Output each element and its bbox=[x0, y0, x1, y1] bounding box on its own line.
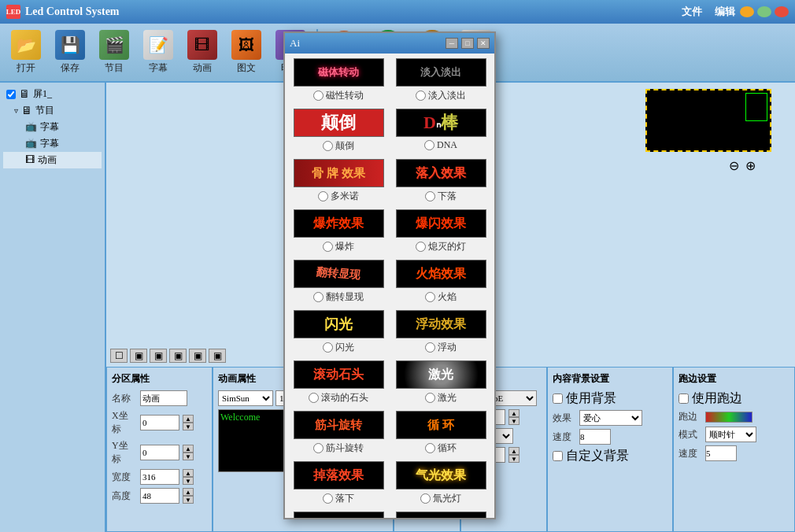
width-input[interactable] bbox=[140, 469, 179, 485]
effect-radio-fall[interactable] bbox=[425, 191, 435, 201]
zoom-out-icon[interactable]: ⊖ bbox=[729, 158, 739, 173]
save-button[interactable]: 💾 保存 bbox=[50, 27, 90, 78]
effect-radio-glow[interactable] bbox=[420, 493, 431, 504]
menu-bar: 文件 编辑 bbox=[682, 5, 735, 19]
val3-up[interactable]: ▲ bbox=[508, 447, 520, 455]
effect-text-magnetic: 磁体转动 bbox=[318, 65, 359, 79]
effect-label-fire: 火焰 bbox=[438, 290, 457, 304]
effect-radio-blink[interactable] bbox=[323, 342, 333, 353]
use-bg-checkbox[interactable] bbox=[553, 393, 563, 404]
width-up[interactable]: ▲ bbox=[183, 469, 194, 477]
tree-item-subtitle2[interactable]: 📺 字幕 bbox=[3, 135, 102, 152]
speed-input[interactable] bbox=[579, 429, 611, 445]
minimize-button[interactable] bbox=[740, 6, 754, 17]
effect-radio-float[interactable] bbox=[425, 342, 435, 353]
height-spinner: ▲ ▼ bbox=[183, 488, 194, 504]
effect-item-dna: Dₙ棒 DNA bbox=[392, 109, 490, 153]
animation-label: 动画 bbox=[193, 61, 212, 75]
align-btn-3[interactable]: ▣ bbox=[150, 349, 167, 363]
effect-preview-blink: 闪光 bbox=[294, 310, 384, 338]
x-input[interactable] bbox=[140, 415, 179, 430]
subtitle-button[interactable]: 📝 字幕 bbox=[139, 27, 178, 78]
height-down[interactable]: ▼ bbox=[183, 496, 194, 504]
effect-radio-loop[interactable] bbox=[425, 443, 435, 453]
effect-row-1: 磁体转动 磁性转动 淡入淡出 淡入淡出 bbox=[290, 58, 490, 102]
custom-bg-checkbox[interactable] bbox=[553, 451, 563, 461]
dialog-maximize[interactable]: □ bbox=[461, 38, 474, 49]
tree-item-screen[interactable]: 🖥 屏1_ bbox=[3, 86, 102, 102]
effect-preview-dna: Dₙ棒 bbox=[396, 109, 486, 137]
selection-handle[interactable] bbox=[745, 93, 767, 121]
align-btn-2[interactable]: ▣ bbox=[130, 349, 147, 363]
effect-preview-fall: 落入效果 bbox=[396, 159, 486, 187]
effect-radio-bone[interactable] bbox=[318, 191, 328, 201]
effect-radio-flashlight[interactable] bbox=[416, 242, 426, 252]
effect-radio-laser[interactable] bbox=[425, 393, 435, 403]
effect-select[interactable]: 爱心 bbox=[579, 410, 642, 426]
effect-radio-dna[interactable] bbox=[424, 140, 434, 150]
mode-select[interactable]: 顺时针 bbox=[705, 427, 756, 442]
x-down[interactable]: ▼ bbox=[183, 423, 194, 430]
height-input[interactable] bbox=[140, 488, 179, 504]
effect-preview-rotate: 翻转显现 bbox=[294, 260, 384, 288]
effect-text-fade: 淡入淡出 bbox=[420, 65, 461, 79]
effect-radio-fire[interactable] bbox=[425, 292, 435, 302]
tree-item-program[interactable]: ▿ 🖥 节目 bbox=[3, 102, 102, 119]
effect-item-flashlight: 爆闪效果 熄灭的灯 bbox=[392, 209, 490, 253]
y-down[interactable]: ▼ bbox=[183, 453, 194, 460]
effect-radio-spin[interactable] bbox=[313, 443, 324, 453]
zone-width-row: 宽度 ▲ ▼ bbox=[112, 469, 207, 485]
effect-radio-fade[interactable] bbox=[416, 91, 426, 101]
close-button[interactable] bbox=[775, 6, 789, 17]
picture-button[interactable]: 🖼 图文 bbox=[227, 27, 266, 78]
led-screen-preview bbox=[645, 89, 771, 152]
dialog-minimize[interactable]: ─ bbox=[446, 38, 458, 49]
align-btn-6[interactable]: ▣ bbox=[209, 349, 226, 363]
effect-text-blink: 闪光 bbox=[324, 315, 353, 334]
effect-radio-drop[interactable] bbox=[323, 493, 333, 504]
border-color-bar[interactable] bbox=[705, 412, 752, 423]
open-icon: 📂 bbox=[11, 30, 41, 60]
width-down[interactable]: ▼ bbox=[183, 477, 194, 485]
program-button[interactable]: 🎬 节目 bbox=[94, 27, 134, 78]
height-up[interactable]: ▲ bbox=[183, 488, 194, 496]
maximize-button[interactable] bbox=[757, 6, 771, 17]
use-border-checkbox[interactable] bbox=[679, 393, 689, 404]
save-icon: 💾 bbox=[55, 30, 85, 60]
zoom-in-icon[interactable]: ⊕ bbox=[745, 158, 756, 173]
tree-item-subtitle1[interactable]: 📺 字幕 bbox=[3, 119, 102, 135]
effect-text-fire: 火焰效果 bbox=[416, 266, 466, 283]
zone-properties-panel: 分区属性 名称 X坐标 ▲ ▼ Y坐标 ▲ bbox=[106, 367, 213, 532]
animation-button[interactable]: 🎞 动画 bbox=[183, 27, 222, 78]
name-input[interactable] bbox=[140, 390, 187, 406]
dialog-controls: ─ □ ✕ bbox=[446, 38, 490, 49]
align-btn-5[interactable]: ▣ bbox=[189, 349, 206, 363]
dialog-close[interactable]: ✕ bbox=[477, 38, 490, 49]
effect-radio-magnetic[interactable] bbox=[313, 91, 324, 101]
effect-radio-rotate[interactable] bbox=[313, 292, 324, 302]
y-input[interactable] bbox=[140, 445, 179, 460]
effect-preview-loop: 循 环 bbox=[396, 411, 486, 439]
font-name-select[interactable]: SimSun bbox=[218, 390, 273, 406]
effect-row-8: 筋斗旋转 筋斗旋转 循 环 循环 bbox=[290, 411, 490, 455]
program-label: 节目 bbox=[105, 61, 124, 75]
val1-down[interactable]: ▼ bbox=[508, 417, 520, 425]
menu-edit[interactable]: 编辑 bbox=[715, 5, 735, 19]
align-btn-4[interactable]: ▣ bbox=[169, 349, 187, 363]
val3-down[interactable]: ▼ bbox=[508, 455, 520, 463]
align-btn-1[interactable]: ☐ bbox=[110, 349, 128, 363]
val1-up[interactable]: ▲ bbox=[508, 409, 520, 417]
open-button[interactable]: 📂 打开 bbox=[6, 27, 46, 78]
program-icon: 🎬 bbox=[99, 30, 129, 60]
x-up[interactable]: ▲ bbox=[183, 415, 194, 423]
tree-item-animation[interactable]: 🎞 动画 bbox=[3, 152, 102, 168]
effect-row: 效果 爱心 bbox=[553, 410, 667, 426]
menu-file[interactable]: 文件 bbox=[682, 5, 702, 19]
screen-checkbox[interactable] bbox=[6, 90, 16, 99]
effect-radio-scroll[interactable] bbox=[309, 393, 319, 403]
y-up[interactable]: ▲ bbox=[183, 445, 194, 453]
border-speed-input[interactable] bbox=[705, 445, 737, 461]
effect-radio-flip[interactable] bbox=[323, 141, 333, 151]
zone-height-row: 高度 ▲ ▼ bbox=[112, 488, 207, 504]
effect-radio-explode[interactable] bbox=[323, 242, 333, 252]
